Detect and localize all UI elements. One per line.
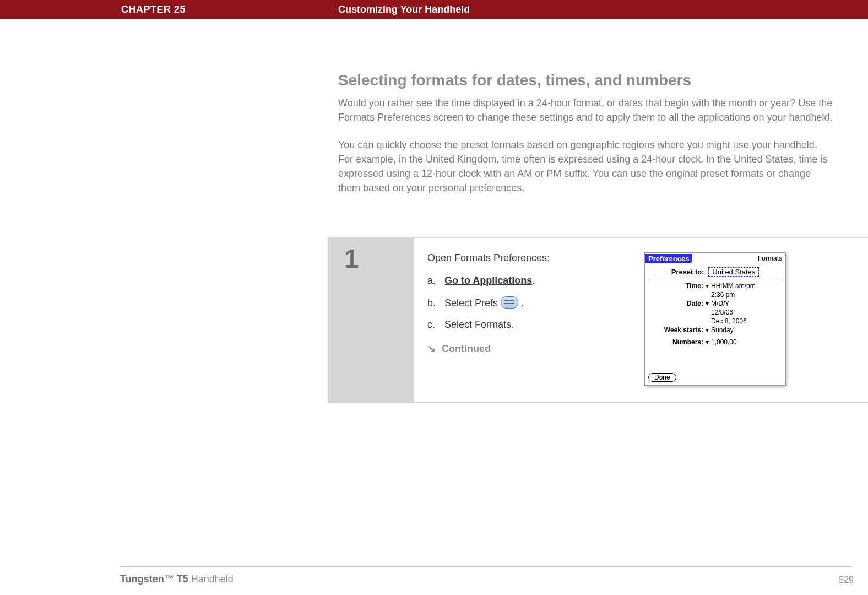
step-sub-a-tail: .: [532, 275, 535, 286]
palm-week-value: Sunday: [711, 326, 782, 334]
step-body: Open Formats Preferences: a. Go to Appli…: [414, 238, 868, 402]
palm-preferences-screenshot: Preferences Formats Preset to: United St…: [644, 252, 786, 386]
palm-time-example: 2:36 pm: [711, 291, 782, 299]
palm-date-label: Date:: [648, 300, 703, 307]
palm-preset-value[interactable]: United States: [708, 267, 759, 277]
step-lead: Open Formats Preferences:: [427, 252, 637, 264]
step-sub-b-label: b.: [427, 298, 442, 309]
palm-time-row: Time: ▾ HH:MM am/pm: [645, 282, 785, 290]
palm-divider: [648, 280, 782, 280]
prefs-icon: [501, 296, 518, 309]
step-box: 1 Open Formats Preferences: a. Go to App…: [328, 237, 868, 403]
page-number: 529: [839, 575, 854, 585]
palm-time-value: HH:MM am/pm: [711, 282, 782, 290]
continued-arrow-icon: ↘: [427, 343, 436, 355]
footer-rule: [120, 566, 851, 567]
continued-label: Continued: [442, 343, 491, 354]
step-sub-a-label: a.: [427, 275, 442, 286]
palm-time-label: Time:: [648, 282, 703, 290]
footer-product-strong: Tungsten™ T5: [120, 574, 188, 585]
step-sub-b-pre: Select Prefs: [444, 298, 501, 309]
palm-date-example1-row: 12/8/06: [645, 308, 785, 317]
palm-preset-row: Preset to: United States: [645, 264, 785, 279]
step-number: 1: [329, 238, 414, 274]
step-sub-b-tail: .: [521, 298, 524, 309]
palm-date-example1: 12/8/06: [711, 309, 782, 316]
step-sub-a: a. Go to Applications.: [427, 275, 637, 286]
palm-date-value: M/D/Y: [711, 300, 782, 307]
section-paragraph-2: You can quickly choose the preset format…: [338, 138, 834, 195]
step-text: Open Formats Preferences: a. Go to Appli…: [427, 252, 637, 386]
dropdown-icon[interactable]: ▾: [703, 326, 711, 334]
step-sub-c-label: c.: [427, 319, 442, 331]
chapter-label: CHAPTER 25: [121, 4, 186, 15]
section-paragraph-1: Would you rather see the time displayed …: [338, 96, 834, 125]
palm-date-row: Date: ▾ M/D/Y: [645, 299, 785, 308]
footer-product: Tungsten™ T5 Handheld: [120, 574, 234, 585]
palm-time-example-row: 2:36 pm: [645, 290, 785, 299]
palm-week-label: Week starts:: [648, 326, 703, 334]
section-content: Selecting formats for dates, times, and …: [338, 72, 834, 209]
dropdown-icon[interactable]: ▾: [703, 282, 711, 290]
palm-titlebar: Preferences Formats: [645, 253, 785, 264]
palm-numbers-row: Numbers: ▾ 1,000.00: [645, 338, 785, 347]
palm-numbers-value: 1,000.00: [711, 338, 782, 346]
dropdown-icon[interactable]: ▾: [703, 300, 711, 307]
palm-app-name: Preferences: [645, 254, 692, 263]
chapter-header-bar: CHAPTER 25 Customizing Your Handheld: [0, 0, 868, 19]
dropdown-icon[interactable]: ▾: [703, 338, 711, 346]
step-sub-b: b. Select Prefs .: [427, 296, 637, 309]
footer-product-tail: Handheld: [188, 574, 234, 585]
palm-week-row: Week starts: ▾ Sunday: [645, 326, 785, 334]
palm-screen-name: Formats: [758, 255, 785, 262]
palm-preset-label: Preset to:: [671, 268, 704, 276]
palm-date-example2-row: Dec 8, 2006: [645, 317, 785, 326]
go-to-applications-link[interactable]: Go to Applications: [444, 275, 532, 286]
continued-indicator: ↘ Continued: [427, 343, 637, 355]
palm-numbers-label: Numbers:: [648, 338, 703, 346]
section-heading: Selecting formats for dates, times, and …: [338, 72, 834, 89]
step-number-column: 1: [329, 238, 414, 402]
step-sub-c: c. Select Formats.: [427, 319, 637, 331]
palm-date-example2: Dec 8, 2006: [711, 317, 782, 325]
step-sub-c-text: Select Formats.: [444, 319, 514, 330]
palm-done-button[interactable]: Done: [648, 373, 676, 382]
chapter-title: Customizing Your Handheld: [338, 4, 470, 15]
